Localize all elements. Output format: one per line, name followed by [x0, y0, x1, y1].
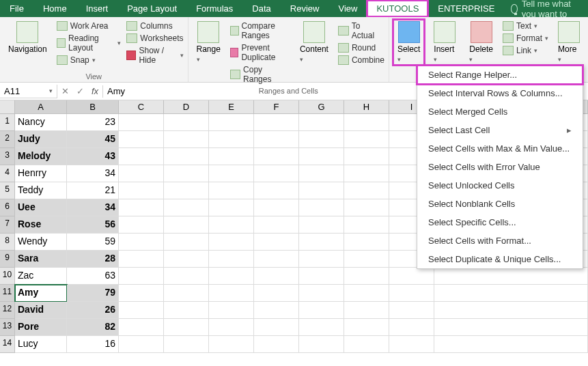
cell-E13[interactable] — [209, 319, 254, 336]
cell-H14[interactable] — [344, 336, 389, 353]
cell-A14[interactable]: Lucy — [15, 336, 67, 353]
fx-button[interactable]: fx — [87, 86, 102, 96]
cell-F6[interactable] — [254, 199, 299, 216]
menu-merged-cells[interactable]: Select Merged Cells — [417, 102, 583, 121]
cell-I11[interactable] — [389, 285, 434, 302]
cell-B1[interactable]: 23 — [67, 114, 119, 131]
row-header-9[interactable]: 9 — [0, 251, 15, 268]
cell-C10[interactable] — [119, 268, 164, 285]
menu-error-value[interactable]: Select Cells with Error Value — [417, 158, 583, 176]
menu-dup-unique[interactable]: Select Duplicate & Unique Cells... — [417, 250, 583, 268]
cell-H13[interactable] — [344, 319, 389, 336]
tell-me[interactable]: Tell me what you want to — [504, 0, 588, 17]
combine-button[interactable]: Combine — [338, 54, 384, 66]
cell-B13[interactable]: 82 — [67, 319, 119, 336]
cell-A12[interactable]: David — [15, 302, 67, 319]
cell-C9[interactable] — [119, 251, 164, 268]
show-hide-button[interactable]: Show / Hide — [126, 44, 183, 66]
tab-formulas[interactable]: Formulas — [186, 0, 242, 17]
format-button[interactable]: Format — [503, 32, 548, 44]
cell-D1[interactable] — [164, 114, 209, 131]
insert-button[interactable]: Insert — [430, 20, 460, 65]
cell-A6[interactable]: Uee — [15, 199, 67, 216]
cell-D13[interactable] — [164, 319, 209, 336]
navigation-button[interactable]: Navigation — [4, 20, 51, 55]
row-header-13[interactable]: 13 — [0, 319, 15, 336]
cell-D11[interactable] — [164, 285, 209, 302]
cell-C2[interactable] — [119, 131, 164, 148]
cell-E14[interactable] — [209, 336, 254, 353]
cell-H3[interactable] — [344, 148, 389, 165]
cell-F5[interactable] — [254, 182, 299, 199]
row-header-4[interactable]: 4 — [0, 165, 15, 182]
cell-B11[interactable]: 79 — [67, 285, 119, 302]
cell-B4[interactable]: 34 — [67, 165, 119, 182]
cell-H9[interactable] — [344, 251, 389, 268]
cell-C14[interactable] — [119, 336, 164, 353]
cell-C3[interactable] — [119, 148, 164, 165]
cell-E12[interactable] — [209, 302, 254, 319]
worksheets-button[interactable]: Worksheets — [126, 32, 183, 44]
cell-D9[interactable] — [164, 251, 209, 268]
menu-max-min[interactable]: Select Cells with Max & Min Value... — [417, 139, 583, 158]
col-header-G[interactable]: G — [299, 100, 344, 114]
cell-D8[interactable] — [164, 234, 209, 251]
cell-D14[interactable] — [164, 336, 209, 353]
tab-enterprise[interactable]: ENTERPRISE — [428, 0, 504, 17]
cell-E1[interactable] — [209, 114, 254, 131]
row-header-6[interactable]: 6 — [0, 199, 15, 216]
cell-F9[interactable] — [254, 251, 299, 268]
col-header-B[interactable]: B — [67, 100, 119, 114]
cell-E2[interactable] — [209, 131, 254, 148]
columns-button[interactable]: Columns — [126, 20, 183, 32]
snap-button[interactable]: Snap — [57, 54, 122, 66]
cell-D10[interactable] — [164, 268, 209, 285]
cell-B5[interactable]: 21 — [67, 182, 119, 199]
formula-value[interactable]: Amy — [103, 86, 129, 96]
cell-H4[interactable] — [344, 165, 389, 182]
tab-insert[interactable]: Insert — [76, 0, 118, 17]
cell-B8[interactable]: 59 — [67, 234, 119, 251]
cell-D12[interactable] — [164, 302, 209, 319]
select-all-corner[interactable] — [0, 100, 15, 114]
cell-G4[interactable] — [299, 165, 344, 182]
cell-G5[interactable] — [299, 182, 344, 199]
delete-button[interactable]: Delete — [465, 20, 497, 65]
cell-C6[interactable] — [119, 199, 164, 216]
cell-E5[interactable] — [209, 182, 254, 199]
cell-G7[interactable] — [299, 216, 344, 234]
cell-F13[interactable] — [254, 319, 299, 336]
cell-B3[interactable]: 43 — [67, 148, 119, 165]
cell-F8[interactable] — [254, 234, 299, 251]
cell-G13[interactable] — [299, 319, 344, 336]
cell-F10[interactable] — [254, 268, 299, 285]
cell-C4[interactable] — [119, 165, 164, 182]
reading-layout-button[interactable]: Reading Layout — [57, 32, 122, 54]
cell-C11[interactable] — [119, 285, 164, 302]
cell-D2[interactable] — [164, 131, 209, 148]
cell-C13[interactable] — [119, 319, 164, 336]
row-header-1[interactable]: 1 — [0, 114, 15, 131]
cell-G3[interactable] — [299, 148, 344, 165]
cell-G1[interactable] — [299, 114, 344, 131]
menu-specific[interactable]: Select Specific Cells... — [417, 213, 583, 231]
menu-with-format[interactable]: Select Cells with Format... — [417, 231, 583, 250]
cell-E4[interactable] — [209, 165, 254, 182]
cell-E9[interactable] — [209, 251, 254, 268]
cell-F4[interactable] — [254, 165, 299, 182]
col-header-H[interactable]: H — [344, 100, 389, 114]
cell-A1[interactable]: Nancy — [15, 114, 67, 131]
cell-B7[interactable]: 56 — [67, 216, 119, 234]
menu-last-cell[interactable]: Select Last Cell — [417, 121, 583, 139]
cell-I12[interactable] — [389, 302, 434, 319]
cell-B9[interactable]: 28 — [67, 251, 119, 268]
row-header-7[interactable]: 7 — [0, 216, 15, 234]
cell-A8[interactable]: Wendy — [15, 234, 67, 251]
row-header-14[interactable]: 14 — [0, 336, 15, 353]
compare-ranges-button[interactable]: Compare Ranges — [230, 20, 290, 42]
row-header-8[interactable]: 8 — [0, 234, 15, 251]
cell-G14[interactable] — [299, 336, 344, 353]
prevent-duplicate-button[interactable]: Prevent Duplicate — [230, 42, 290, 64]
cell-G9[interactable] — [299, 251, 344, 268]
cell-E6[interactable] — [209, 199, 254, 216]
